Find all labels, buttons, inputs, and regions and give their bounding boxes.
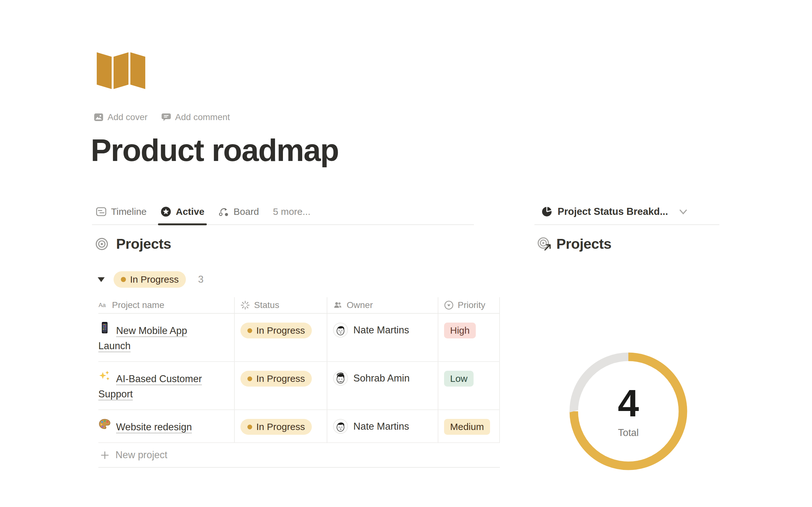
status-dot bbox=[247, 328, 252, 333]
target-arrow-icon bbox=[537, 236, 552, 251]
pie-chart-icon bbox=[542, 206, 552, 217]
project-name-cell[interactable]: New Mobile App Launch bbox=[98, 314, 234, 361]
group-status-pill[interactable]: In Progress bbox=[113, 271, 186, 288]
table-row: New Mobile App LaunchIn ProgressNate Mar… bbox=[98, 314, 500, 362]
sparkles-emoji bbox=[98, 370, 116, 382]
text-icon: Aa bbox=[98, 300, 108, 310]
table-row: Website redesignIn ProgressNate MartinsM… bbox=[98, 410, 500, 443]
avatar-nate bbox=[333, 323, 348, 337]
projects-heading-left-label[interactable]: Projects bbox=[116, 236, 171, 252]
add-comment-label: Add comment bbox=[175, 112, 230, 122]
status-pill[interactable]: In Progress bbox=[241, 323, 312, 338]
projects-table: AaProject nameStatusOwnerPriority New Mo… bbox=[98, 297, 500, 468]
column-header-label: Priority bbox=[458, 300, 485, 310]
group-collapse-toggle[interactable] bbox=[98, 277, 105, 282]
right-view-header[interactable]: Project Status Breakd... bbox=[535, 199, 719, 225]
group-status-label: In Progress bbox=[130, 274, 179, 285]
tab-label: Timeline bbox=[111, 206, 147, 217]
target-icon bbox=[95, 237, 108, 250]
map-icon bbox=[97, 51, 145, 89]
new-project-label: New project bbox=[115, 449, 167, 461]
plus-icon bbox=[100, 451, 109, 460]
status-cell[interactable]: In Progress bbox=[234, 314, 327, 361]
palette-emoji bbox=[98, 418, 116, 430]
priority-pill[interactable]: Medium bbox=[444, 419, 490, 435]
table-header-row: AaProject nameStatusOwnerPriority bbox=[98, 297, 500, 314]
donut-total-value: 4 bbox=[618, 384, 639, 422]
phone-emoji bbox=[98, 321, 116, 334]
priority-icon bbox=[444, 300, 454, 310]
table-body: New Mobile App LaunchIn ProgressNate Mar… bbox=[98, 314, 500, 443]
status-icon bbox=[241, 300, 250, 310]
owner-name: Nate Martins bbox=[353, 421, 409, 432]
status-label: In Progress bbox=[256, 325, 305, 336]
projects-heading-right: Projects bbox=[537, 236, 612, 252]
projects-heading-left: Projects bbox=[95, 236, 171, 252]
owner-name: Sohrab Amin bbox=[353, 373, 410, 384]
group-count: 3 bbox=[198, 274, 203, 285]
owner-cell[interactable]: Nate Martins bbox=[327, 410, 438, 442]
status-cell[interactable]: In Progress bbox=[234, 410, 327, 442]
status-pill[interactable]: In Progress bbox=[241, 419, 312, 435]
view-tabs-list: TimelineActiveBoard bbox=[96, 199, 259, 224]
star-icon bbox=[160, 206, 171, 217]
project-name-cell[interactable]: AI-Based Customer Support bbox=[98, 362, 234, 409]
priority-pill[interactable]: Low bbox=[444, 371, 473, 387]
timeline-icon bbox=[96, 206, 107, 217]
tab-timeline[interactable]: Timeline bbox=[96, 199, 147, 224]
column-header-priority[interactable]: Priority bbox=[438, 297, 500, 313]
more-views-button[interactable]: 5 more... bbox=[273, 206, 310, 217]
svg-text:Aa: Aa bbox=[99, 302, 106, 308]
priority-cell[interactable]: High bbox=[438, 314, 500, 361]
owner-cell[interactable]: Nate Martins bbox=[327, 314, 438, 361]
tab-board[interactable]: Board bbox=[218, 199, 259, 224]
add-cover-button[interactable]: Add cover bbox=[94, 112, 148, 122]
tab-active[interactable]: Active bbox=[160, 199, 204, 224]
column-header-label: Owner bbox=[347, 300, 373, 310]
owner-name: Nate Martins bbox=[353, 325, 409, 336]
board-icon bbox=[218, 206, 229, 217]
column-header-project-name[interactable]: AaProject name bbox=[98, 297, 234, 313]
donut-center: 4 Total bbox=[555, 338, 701, 484]
donut-total-label: Total bbox=[618, 427, 639, 439]
status-dot bbox=[247, 425, 252, 429]
page-actions: Add cover Add comment bbox=[94, 110, 230, 124]
column-header-label: Project name bbox=[112, 300, 164, 310]
group-row-in-progress: In Progress 3 bbox=[98, 271, 204, 288]
project-name-cell[interactable]: Website redesign bbox=[98, 410, 234, 442]
notion-page: Add cover Add comment Product roadmap Ti… bbox=[0, 0, 812, 507]
status-dot bbox=[247, 377, 252, 381]
page-title[interactable]: Product roadmap bbox=[91, 132, 339, 168]
add-cover-label: Add cover bbox=[107, 112, 148, 122]
owner-cell[interactable]: Sohrab Amin bbox=[327, 362, 438, 409]
status-cell[interactable]: In Progress bbox=[234, 362, 327, 409]
view-tabs-bar: TimelineActiveBoard 5 more... bbox=[92, 199, 474, 225]
tab-label: Board bbox=[234, 206, 259, 217]
table-row: AI-Based Customer SupportIn ProgressSohr… bbox=[98, 362, 500, 410]
priority-cell[interactable]: Medium bbox=[438, 410, 500, 442]
tab-label: Active bbox=[176, 206, 204, 217]
projects-heading-right-label[interactable]: Projects bbox=[556, 236, 612, 252]
status-label: In Progress bbox=[256, 373, 305, 384]
column-header-label: Status bbox=[254, 300, 279, 310]
avatar-nate bbox=[333, 419, 348, 434]
status-dot bbox=[121, 277, 126, 282]
column-header-owner[interactable]: Owner bbox=[327, 297, 438, 313]
page-icon-map[interactable] bbox=[97, 51, 145, 89]
new-project-button[interactable]: New project bbox=[98, 443, 500, 468]
add-comment-button[interactable]: Add comment bbox=[161, 112, 230, 122]
column-header-status[interactable]: Status bbox=[234, 297, 327, 313]
right-view-title: Project Status Breakd... bbox=[558, 206, 668, 217]
avatar-sohrab bbox=[333, 371, 348, 386]
status-pill[interactable]: In Progress bbox=[241, 371, 312, 387]
status-label: In Progress bbox=[256, 421, 305, 432]
status-breakdown-donut-chart[interactable]: 4 Total bbox=[555, 338, 701, 484]
chevron-down-icon[interactable] bbox=[678, 206, 689, 217]
priority-cell[interactable]: Low bbox=[438, 362, 500, 409]
priority-pill[interactable]: High bbox=[444, 323, 476, 338]
project-name-link[interactable]: Website redesign bbox=[116, 421, 192, 433]
image-icon bbox=[94, 112, 103, 122]
comment-icon bbox=[161, 112, 171, 122]
people-icon bbox=[333, 300, 343, 310]
